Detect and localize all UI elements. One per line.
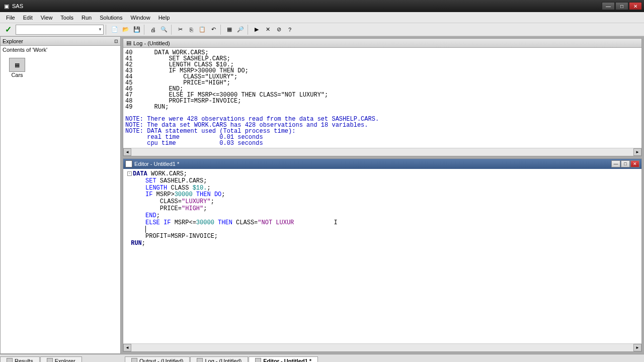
break-button[interactable]: ⊘ xyxy=(274,25,284,35)
tab-results[interactable]: Results xyxy=(0,356,40,362)
bottom-tabs: ResultsExplorer Output - (Untitled)Log -… xyxy=(0,354,644,362)
tab-icon xyxy=(47,358,53,362)
scroll-left-icon[interactable]: ◄ xyxy=(123,148,131,156)
explorer-button[interactable]: 🔎 xyxy=(235,25,246,35)
dataset-icon: ▦ xyxy=(9,58,25,72)
undo-button[interactable]: ↶ xyxy=(208,25,218,35)
log-body[interactable]: 40 DATA WORK.CARS; 41 SET SASHELP.CARS; … xyxy=(123,48,641,148)
menu-window[interactable]: Window xyxy=(127,14,154,22)
save-button[interactable]: 💾 xyxy=(132,25,142,35)
explorer-header: Explorer ⊡ xyxy=(1,37,120,46)
run-button[interactable]: ▶ xyxy=(252,25,262,35)
chevron-down-icon: ▼ xyxy=(98,27,102,32)
editor-minimize-button[interactable]: — xyxy=(611,160,620,167)
paste-button[interactable]: 📋 xyxy=(197,25,207,35)
menu-solutions[interactable]: Solutions xyxy=(96,14,126,22)
clear-button[interactable]: ✕ xyxy=(263,25,273,35)
close-button[interactable]: ✕ xyxy=(629,2,642,10)
log-scrollbar[interactable]: ◄ ► xyxy=(123,148,641,156)
log-panel: ▤ Log - (Untitled) 40 DATA WORK.CARS; 41… xyxy=(123,38,642,156)
title-bar: ▣ SAS — □ ✕ xyxy=(0,0,644,12)
menu-tools[interactable]: Tools xyxy=(56,14,77,22)
editor-header[interactable]: Editor - Untitled1 * — □ ✕ xyxy=(123,159,641,169)
menu-edit[interactable]: Edit xyxy=(19,14,37,22)
editor-body[interactable]: -DATA WORK.CARS; SET SASHELP.CARS; LENGT… xyxy=(123,169,641,343)
tab-label: Log - (Untitled) xyxy=(205,358,242,362)
command-combo[interactable]: ▼ xyxy=(16,25,104,35)
cut-button[interactable]: ✂ xyxy=(175,25,185,35)
app-icon: ▣ xyxy=(4,3,9,10)
copy-button[interactable]: ⎘ xyxy=(186,25,196,35)
menu-bar: FileEditViewToolsRunSolutionsWindowHelp xyxy=(0,12,644,23)
editor-scrollbar[interactable]: ◄ ► xyxy=(123,343,641,351)
print-button[interactable]: 🖨 xyxy=(148,25,158,35)
help-button[interactable]: ? xyxy=(285,25,295,35)
open-button[interactable]: 📂 xyxy=(121,25,131,35)
explorer-panel: Explorer ⊡ Contents of 'Work' ▦Cars xyxy=(0,36,121,354)
tab-label: Editor - Untitled1 * xyxy=(263,358,311,362)
tab-label: Results xyxy=(15,358,33,362)
tab-output-untitled-[interactable]: Output - (Untitled) xyxy=(125,356,190,362)
scroll-right-icon[interactable]: ► xyxy=(633,148,641,156)
tab-label: Explorer xyxy=(55,358,75,362)
explorer-contents-label: Contents of 'Work' xyxy=(1,46,120,54)
tab-icon xyxy=(197,358,203,362)
libraries-button[interactable]: ▦ xyxy=(224,25,234,35)
editor-panel: Editor - Untitled1 * — □ ✕ -DATA WORK.CA… xyxy=(123,158,642,352)
editor-close-button[interactable]: ✕ xyxy=(630,160,639,167)
menu-file[interactable]: File xyxy=(2,14,19,22)
explorer-item[interactable]: ▦Cars xyxy=(5,58,30,78)
maximize-button[interactable]: □ xyxy=(615,2,628,10)
editor-title: Editor - Untitled1 * xyxy=(134,161,179,167)
app-title: SAS xyxy=(12,3,23,9)
log-title: Log - (Untitled) xyxy=(133,40,170,46)
editor-icon xyxy=(125,160,132,167)
tab-explorer[interactable]: Explorer xyxy=(40,356,82,362)
menu-help[interactable]: Help xyxy=(154,14,174,22)
tab-log-untitled-[interactable]: Log - (Untitled) xyxy=(190,356,248,362)
explorer-toggle-icon[interactable]: ⊡ xyxy=(114,39,118,44)
window-controls: — □ ✕ xyxy=(602,2,642,10)
tab-icon xyxy=(7,358,13,362)
scroll-left-icon[interactable]: ◄ xyxy=(123,344,131,351)
explorer-item-label: Cars xyxy=(11,72,23,78)
menu-run[interactable]: Run xyxy=(77,14,96,22)
explorer-body: ▦Cars xyxy=(1,54,120,353)
preview-button[interactable]: 🔍 xyxy=(159,25,169,35)
explorer-title: Explorer xyxy=(3,38,23,44)
text-cursor: I xyxy=(334,219,338,226)
toolbar: ✓ ▼ 📄 📂 💾 🖨 🔍 ✂ ⎘ 📋 ↶ ▦ 🔎 ▶ ✕ ⊘ ? xyxy=(0,23,644,36)
scroll-right-icon[interactable]: ► xyxy=(633,344,641,351)
tab-icon xyxy=(131,358,137,362)
tab-icon xyxy=(255,358,261,362)
log-header: ▤ Log - (Untitled) xyxy=(123,39,641,48)
submit-icon[interactable]: ✓ xyxy=(2,25,15,34)
new-button[interactable]: 📄 xyxy=(110,25,120,35)
minimize-button[interactable]: — xyxy=(602,2,615,10)
tab-label: Output - (Untitled) xyxy=(139,358,183,362)
menu-view[interactable]: View xyxy=(37,14,57,22)
editor-maximize-button[interactable]: □ xyxy=(621,160,630,167)
log-icon: ▤ xyxy=(126,40,131,46)
tab-editor-untitled1-[interactable]: Editor - Untitled1 * xyxy=(249,356,318,362)
